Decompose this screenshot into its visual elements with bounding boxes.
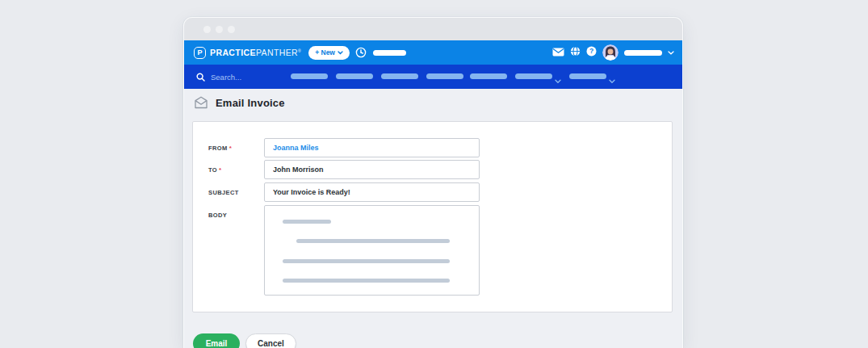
body-placeholder-line xyxy=(283,259,450,263)
page-header: Email Invoice xyxy=(194,96,285,109)
header-placeholder-link[interactable] xyxy=(373,50,406,56)
window-titlebar xyxy=(184,18,682,40)
app-window: P PRACTICEPANTHER® + New xyxy=(184,18,682,348)
main-content: Email Invoice FROM* TO* SUBJECT BODY xyxy=(184,89,682,348)
subject-field[interactable] xyxy=(264,182,480,202)
subject-label-text: SUBJECT xyxy=(208,189,239,196)
chevron-down-icon xyxy=(338,51,343,55)
cancel-button[interactable]: Cancel xyxy=(245,333,296,348)
help-icon[interactable]: ? xyxy=(586,45,597,60)
nav-item-placeholder[interactable] xyxy=(291,73,328,79)
to-label: TO* xyxy=(208,166,222,174)
messages-icon[interactable] xyxy=(552,45,564,60)
body-placeholder-line xyxy=(283,220,331,224)
brand-name-light: PANTHER xyxy=(256,48,298,57)
body-label: BODY xyxy=(208,212,227,219)
body-placeholder-line xyxy=(296,239,450,243)
window-control-close[interactable] xyxy=(203,26,211,33)
nav-item-placeholder[interactable] xyxy=(381,73,418,79)
to-label-text: TO xyxy=(208,166,217,174)
required-marker: * xyxy=(229,145,233,152)
nav-item-placeholder[interactable] xyxy=(470,73,507,79)
nav-item-placeholder[interactable] xyxy=(426,73,463,79)
window-control-minimize[interactable] xyxy=(216,26,223,33)
email-open-icon xyxy=(194,96,208,109)
page-background: P PRACTICEPANTHER® + New xyxy=(0,0,868,348)
email-form-card: FROM* TO* SUBJECT BODY xyxy=(192,121,673,312)
app-header: P PRACTICEPANTHER® + New xyxy=(184,40,682,65)
page-title: Email Invoice xyxy=(216,97,285,109)
form-actions: Email Cancel xyxy=(193,333,296,348)
brand-monogram-icon: P xyxy=(194,47,206,59)
required-marker: * xyxy=(219,166,222,174)
globe-icon[interactable] xyxy=(570,45,581,60)
search-icon xyxy=(196,73,205,82)
timer-icon[interactable] xyxy=(355,47,367,58)
body-placeholder-line xyxy=(283,279,450,283)
window-control-maximize[interactable] xyxy=(228,26,235,33)
nav-search-bar xyxy=(184,65,682,89)
to-field[interactable] xyxy=(264,160,480,179)
new-button[interactable]: + New xyxy=(308,46,350,60)
search-box[interactable] xyxy=(196,73,267,82)
user-avatar[interactable] xyxy=(602,44,619,61)
nav-item-placeholder[interactable] xyxy=(569,73,606,79)
header-right-group: ? xyxy=(552,44,674,61)
nav-item-placeholder[interactable] xyxy=(336,73,373,79)
body-editor[interactable] xyxy=(264,205,480,296)
brand-logo[interactable]: P PRACTICEPANTHER® xyxy=(194,47,301,59)
email-button[interactable]: Email xyxy=(193,333,240,348)
brand-name-bold: PRACTICE xyxy=(210,48,256,57)
user-menu-chevron-icon[interactable] xyxy=(668,51,674,55)
body-label-text: BODY xyxy=(208,212,227,219)
brand-name: PRACTICEPANTHER® xyxy=(210,48,301,57)
nav-chevron-down-icon[interactable] xyxy=(555,73,561,87)
from-field[interactable] xyxy=(264,138,480,157)
new-button-label: + New xyxy=(315,48,335,57)
from-label: FROM* xyxy=(208,145,232,152)
subject-label: SUBJECT xyxy=(208,189,239,196)
brand-registered-mark: ® xyxy=(298,48,301,53)
svg-text:?: ? xyxy=(589,47,593,55)
nav-chevron-down-icon[interactable] xyxy=(609,73,615,87)
search-input[interactable] xyxy=(211,73,267,82)
from-label-text: FROM xyxy=(208,145,228,152)
username-placeholder[interactable] xyxy=(624,50,662,56)
nav-item-placeholder[interactable] xyxy=(515,73,552,79)
